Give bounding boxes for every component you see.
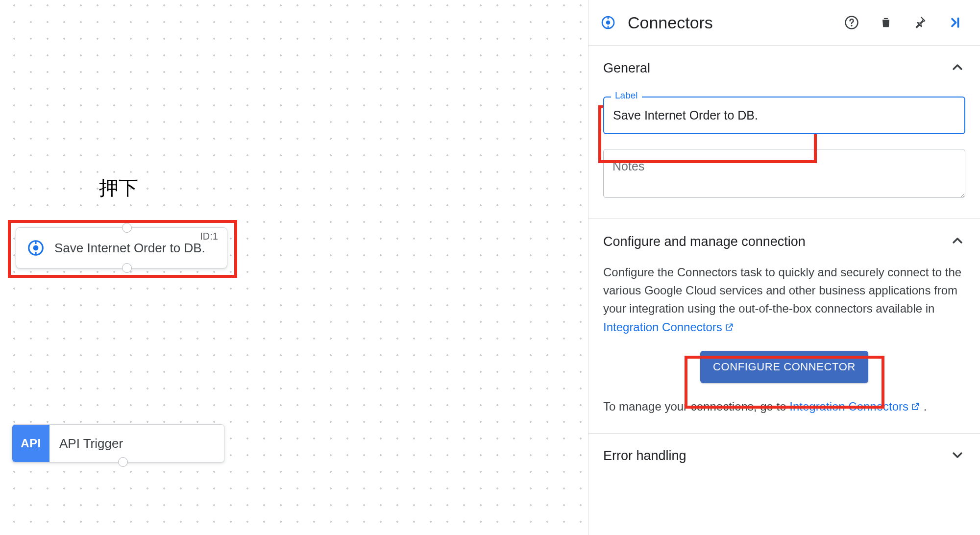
connector-node[interactable]: Save Internet Order to DB. ID:1	[16, 227, 227, 268]
chevron-down-icon	[950, 447, 965, 465]
connector-icon	[26, 238, 46, 258]
flow-canvas[interactable]: 押下 Save Internet Order to DB. ID:1 API A…	[0, 0, 588, 535]
pin-button[interactable]	[908, 11, 932, 34]
svg-point-3	[606, 21, 611, 25]
section-error-header[interactable]: Error handling	[603, 447, 965, 465]
annotation-label: 押下	[99, 174, 138, 201]
label-field-caption: Label	[611, 90, 642, 101]
section-general: General Label	[588, 46, 980, 219]
api-trigger-node[interactable]: API API Trigger	[12, 424, 224, 462]
label-input[interactable]	[603, 97, 965, 134]
external-link-icon	[724, 319, 734, 337]
api-badge: API	[12, 425, 49, 462]
api-trigger-title: API Trigger	[49, 436, 224, 451]
panel-header: Connectors	[588, 0, 980, 46]
help-button[interactable]	[840, 11, 863, 34]
chevron-up-icon	[950, 233, 965, 250]
delete-button[interactable]	[874, 11, 898, 34]
external-link-icon	[910, 401, 920, 414]
section-general-header[interactable]: General	[603, 59, 965, 77]
node-port-bottom[interactable]	[122, 263, 132, 273]
label-field-wrap: Label	[603, 97, 965, 134]
connector-icon	[599, 14, 617, 31]
app-root: 押下 Save Internet Order to DB. ID:1 API A…	[0, 0, 980, 535]
integration-connectors-link[interactable]: Integration Connectors	[603, 320, 734, 334]
chevron-up-icon	[950, 59, 965, 77]
notes-textarea[interactable]	[603, 149, 965, 198]
configure-description: Configure the Connectors task to quickly…	[603, 263, 965, 337]
manage-connections-text: To manage your connections, go to Integr…	[603, 400, 965, 414]
node-port-bottom[interactable]	[118, 457, 128, 467]
collapse-panel-button[interactable]	[943, 11, 966, 34]
section-general-title: General	[603, 61, 650, 76]
section-error-handling: Error handling	[588, 434, 980, 480]
section-configure-title: Configure and manage connection	[603, 234, 806, 249]
svg-point-1	[33, 245, 39, 251]
node-port-top[interactable]	[122, 223, 132, 233]
configure-connector-button[interactable]: CONFIGURE CONNECTOR	[700, 351, 868, 383]
connector-node-title: Save Internet Order to DB.	[54, 241, 227, 256]
manage-connectors-link[interactable]: Integration Connectors	[789, 400, 920, 413]
section-error-title: Error handling	[603, 448, 686, 463]
svg-point-5	[851, 25, 852, 26]
section-configure: Configure and manage connection Configur…	[588, 219, 980, 434]
panel-title: Connectors	[628, 13, 829, 32]
section-configure-header[interactable]: Configure and manage connection	[603, 233, 965, 250]
connector-node-id: ID:1	[200, 231, 218, 242]
side-panel: Connectors General	[588, 0, 980, 535]
panel-body: General Label Configure and	[588, 46, 980, 480]
